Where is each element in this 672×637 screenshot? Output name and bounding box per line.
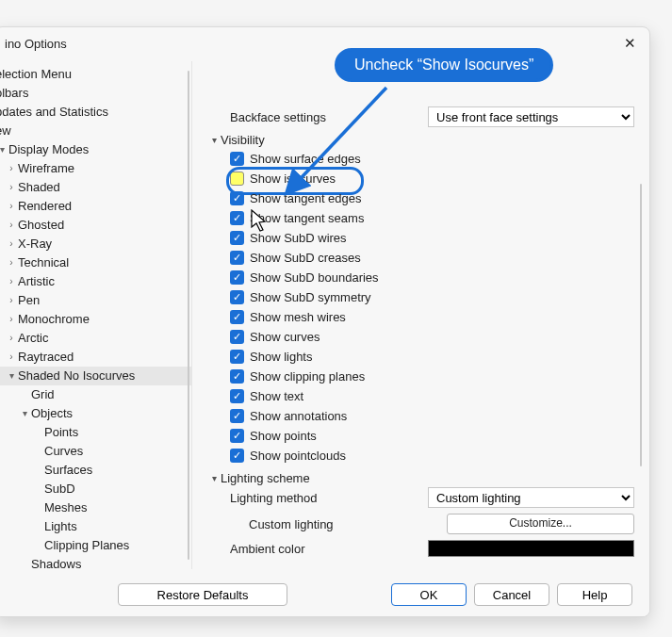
tree-item[interactable]: ›Technical — [0, 253, 191, 272]
checkbox-checked-icon[interactable]: ✓ — [230, 369, 244, 384]
checkbox-label: Show curves — [250, 330, 320, 344]
tree-item[interactable]: ›Ghosted — [0, 216, 191, 235]
checkbox-checked-icon[interactable]: ✓ — [230, 152, 244, 166]
lighting-section[interactable]: ▾ Lighting scheme — [207, 471, 634, 485]
options-dialog: ino Options ✕ election Menu olbars pdate… — [0, 26, 650, 617]
checkbox-checked-icon[interactable]: ✓ — [230, 409, 244, 423]
checkbox-checked-icon[interactable]: ✓ — [230, 350, 244, 364]
checkbox-show-curves[interactable]: ✓Show curves — [230, 327, 634, 347]
nav-tree[interactable]: election Menu olbars pdates and Statisti… — [0, 61, 192, 569]
tree-item-objects[interactable]: ▾Objects — [0, 404, 191, 423]
checkbox-show-subd-boundaries[interactable]: ✓Show SubD boundaries — [230, 268, 634, 287]
dialog-title: ino Options — [5, 37, 67, 51]
dialog-footer: Restore Defaults OK Cancel Help — [0, 573, 649, 616]
checkbox-label: Show SubD wires — [250, 231, 347, 245]
checkbox-checked-icon[interactable]: ✓ — [230, 290, 244, 304]
lighting-method-label: Lighting method — [207, 491, 390, 505]
visibility-section[interactable]: ▾ Visibility — [207, 133, 634, 147]
chevron-right-icon: › — [5, 291, 18, 310]
tree-item[interactable]: ›Rendered — [0, 197, 191, 216]
checkbox-checked-icon[interactable]: ✓ — [230, 191, 244, 205]
customize-button[interactable]: Customize... — [447, 514, 634, 534]
lighting-method-select[interactable]: Custom lighting — [428, 487, 634, 508]
help-button[interactable]: Help — [557, 583, 632, 606]
checkbox-label: Show pointclouds — [250, 449, 346, 463]
tree-item[interactable]: ›Shaded — [0, 178, 191, 197]
annotation-bubble: Uncheck “Show Isocurves” — [335, 48, 553, 82]
checkbox-label: Show mesh wires — [250, 310, 346, 324]
checkbox-show-text[interactable]: ✓Show text — [230, 386, 634, 406]
ambient-color-swatch[interactable] — [428, 540, 634, 557]
cancel-button[interactable]: Cancel — [474, 583, 549, 606]
close-button[interactable]: ✕ — [619, 33, 640, 54]
checkbox-label: Show text — [250, 389, 303, 403]
checkbox-label: Show tangent seams — [250, 211, 364, 225]
chevron-right-icon: › — [5, 216, 18, 235]
checkbox-label: Show clipping planes — [250, 369, 365, 384]
custom-lighting-label: Custom lighting — [207, 517, 409, 531]
checkbox-checked-icon[interactable]: ✓ — [230, 449, 244, 463]
checkbox-checked-icon[interactable]: ✓ — [230, 270, 244, 285]
checkbox-show-annotations[interactable]: ✓Show annotations — [230, 406, 634, 426]
checkbox-show-isocurves[interactable]: Show isocurves — [230, 169, 634, 188]
checkbox-label: Show annotations — [250, 409, 347, 423]
tree-item-selected[interactable]: ▾Shaded No Isocurves — [0, 367, 191, 385]
tree-item[interactable]: Grid — [0, 385, 191, 404]
checkbox-show-subd-symmetry[interactable]: ✓Show SubD symmetry — [230, 287, 634, 307]
tree-item[interactable]: ›Wireframe — [0, 159, 191, 178]
restore-defaults-button[interactable]: Restore Defaults — [118, 583, 287, 606]
backface-select[interactable]: Use front face settings — [428, 106, 634, 127]
chevron-down-icon: ▾ — [207, 135, 221, 145]
checkbox-checked-icon[interactable]: ✓ — [230, 429, 244, 443]
checkbox-show-subd-wires[interactable]: ✓Show SubD wires — [230, 228, 634, 248]
backface-label: Backface settings — [207, 110, 390, 124]
checkbox-show-tangent-seams[interactable]: ✓Show tangent seams — [230, 208, 634, 228]
checkbox-show-tangent-edges[interactable]: ✓Show tangent edges — [230, 188, 634, 208]
chevron-right-icon: › — [5, 178, 18, 197]
tree-item[interactable]: Meshes — [0, 498, 191, 517]
checkbox-show-lights[interactable]: ✓Show lights — [230, 347, 634, 367]
tree-item[interactable]: ›Artistic — [0, 272, 191, 291]
tree-scrollbar[interactable] — [188, 71, 189, 560]
chevron-right-icon: › — [5, 329, 18, 348]
checkbox-checked-icon[interactable]: ✓ — [230, 211, 244, 225]
checkbox-label: Show SubD symmetry — [250, 290, 371, 304]
checkbox-unchecked-icon[interactable] — [230, 172, 244, 186]
tree-item[interactable]: Shadows — [0, 555, 191, 569]
tree-item[interactable]: Surfaces — [0, 461, 191, 480]
tree-item[interactable]: Clipping Planes — [0, 536, 191, 555]
panel-scrollbar[interactable] — [640, 184, 642, 466]
tree-item[interactable]: ›Pen — [0, 291, 191, 310]
title-bar: ino Options ✕ — [0, 27, 649, 54]
checkbox-checked-icon[interactable]: ✓ — [230, 389, 244, 403]
checkbox-checked-icon[interactable]: ✓ — [230, 310, 244, 324]
checkbox-label: Show tangent edges — [250, 191, 362, 205]
checkbox-show-pointclouds[interactable]: ✓Show pointclouds — [230, 446, 634, 466]
checkbox-checked-icon[interactable]: ✓ — [230, 231, 244, 245]
tree-item[interactable]: ew — [0, 122, 191, 140]
checkbox-checked-icon[interactable]: ✓ — [230, 330, 244, 344]
tree-item[interactable]: ›Arctic — [0, 329, 191, 348]
checkbox-show-subd-creases[interactable]: ✓Show SubD creases — [230, 248, 634, 268]
tree-item[interactable]: ›Monochrome — [0, 310, 191, 329]
tree-item[interactable]: election Menu — [0, 65, 191, 84]
chevron-right-icon: › — [5, 272, 18, 291]
checkbox-show-mesh-wires[interactable]: ✓Show mesh wires — [230, 307, 634, 327]
checkbox-show-clipping-planes[interactable]: ✓Show clipping planes — [230, 367, 634, 386]
tree-item[interactable]: Curves — [0, 442, 191, 461]
chevron-right-icon: › — [5, 253, 18, 272]
tree-item[interactable]: SubD — [0, 480, 191, 498]
tree-item[interactable]: Points — [0, 423, 191, 442]
tree-item[interactable]: ›Raytraced — [0, 348, 191, 367]
tree-item[interactable]: olbars — [0, 84, 191, 103]
checkbox-show-points[interactable]: ✓Show points — [230, 426, 634, 446]
checkbox-label: Show SubD boundaries — [250, 270, 379, 285]
ok-button[interactable]: OK — [391, 583, 467, 606]
checkbox-checked-icon[interactable]: ✓ — [230, 251, 244, 265]
checkbox-show-surface-edges[interactable]: ✓Show surface edges — [230, 149, 634, 169]
tree-item[interactable]: ›X-Ray — [0, 235, 191, 253]
tree-item[interactable]: Lights — [0, 517, 191, 536]
tree-item-display-modes[interactable]: ▾Display Modes — [0, 140, 191, 159]
tree-item[interactable]: pdates and Statistics — [0, 103, 191, 122]
chevron-down-icon: ▾ — [5, 367, 18, 385]
